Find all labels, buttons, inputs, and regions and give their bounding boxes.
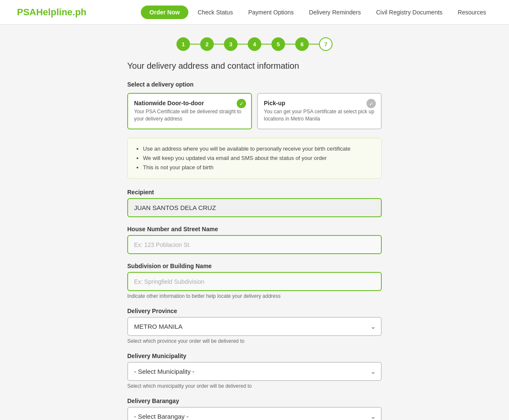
- step-line-2: [214, 44, 224, 45]
- municipality-select-wrapper: - Select Municipality - ⌄: [127, 362, 382, 381]
- subdivision-label: Subdivision or Building Name: [127, 263, 382, 269]
- nationwide-desc: Your PSA Certificate will be delivered s…: [134, 108, 245, 123]
- recipient-field-group: Recipient: [127, 189, 382, 217]
- subdivision-field-group: Subdivision or Building Name Indicate ot…: [127, 263, 382, 299]
- header: PSAHelpline.ph Order Now Check Status Pa…: [0, 0, 509, 25]
- step-6: 6: [295, 37, 309, 51]
- nationwide-option[interactable]: Nationwide Door-to-door Your PSA Certifi…: [127, 93, 252, 129]
- civil-registry-link[interactable]: Civil Registry Documents: [370, 6, 448, 19]
- municipality-field-group: Delivery Municipality - Select Municipal…: [127, 353, 382, 389]
- info-item-2: We will keep you updated via email and S…: [143, 154, 374, 163]
- house-field-group: House Number and Street Name: [127, 226, 382, 254]
- barangay-select-wrapper: - Select Barangay - ⌄: [127, 407, 382, 420]
- province-field-group: Delivery Province METRO MANILA ⌄ Select …: [127, 308, 382, 344]
- order-now-button[interactable]: Order Now: [141, 6, 188, 19]
- subdivision-input[interactable]: [127, 272, 382, 291]
- info-item-3: This is not your place of birth: [143, 163, 374, 172]
- barangay-field-group: Delivery Barangay - Select Barangay - ⌄ …: [127, 398, 382, 420]
- step-1: 1: [176, 37, 190, 51]
- check-status-link[interactable]: Check Status: [192, 6, 239, 19]
- municipality-select[interactable]: - Select Municipality -: [127, 362, 382, 381]
- nationwide-title: Nationwide Door-to-door: [134, 100, 245, 106]
- step-4: 4: [248, 37, 261, 51]
- info-list: Use an address where you will be availab…: [135, 144, 374, 172]
- municipality-hint: Select which municipality your order wil…: [127, 383, 382, 389]
- subdivision-hint: Indicate other information to better hel…: [127, 293, 382, 299]
- resources-link[interactable]: Resources: [452, 6, 492, 19]
- step-line-1: [190, 44, 200, 45]
- province-label: Delivery Province: [127, 308, 382, 314]
- step-7: 7: [319, 37, 333, 51]
- pickup-title: Pick-up: [264, 100, 375, 106]
- house-label: House Number and Street Name: [127, 226, 382, 232]
- step-line-4: [261, 44, 271, 45]
- province-select[interactable]: METRO MANILA: [127, 317, 382, 336]
- stepper: 1 2 3 4 5 6 7: [127, 37, 382, 51]
- province-hint: Select which province your order will be…: [127, 338, 382, 344]
- barangay-select[interactable]: - Select Barangay -: [127, 407, 382, 420]
- house-input[interactable]: [127, 235, 382, 254]
- province-select-wrapper: METRO MANILA ⌄: [127, 317, 382, 336]
- recipient-input[interactable]: [127, 198, 382, 217]
- nationwide-check-icon: ✓: [237, 99, 246, 108]
- pickup-option[interactable]: Pick-up You can get your PSA certificate…: [257, 93, 382, 129]
- info-box: Use an address where you will be availab…: [127, 138, 382, 179]
- pickup-check-icon: ✓: [366, 99, 376, 108]
- main-content: 1 2 3 4 5 6 7 Your delivery address and …: [119, 25, 390, 420]
- step-line-5: [285, 44, 295, 45]
- recipient-label: Recipient: [127, 189, 382, 196]
- barangay-label: Delivery Barangay: [127, 398, 382, 404]
- step-line-3: [238, 44, 248, 45]
- delivery-option-label: Select a delivery option: [127, 81, 382, 88]
- delivery-options: Nationwide Door-to-door Your PSA Certifi…: [127, 93, 382, 129]
- step-line-6: [309, 44, 319, 45]
- step-2: 2: [200, 37, 214, 51]
- info-item-1: Use an address where you will be availab…: [143, 144, 374, 154]
- payment-options-link[interactable]: Payment Options: [242, 6, 299, 19]
- page-title: Your delivery address and contact inform…: [127, 61, 382, 71]
- municipality-label: Delivery Municipality: [127, 353, 382, 359]
- step-3: 3: [224, 37, 238, 51]
- main-nav: Order Now Check Status Payment Options D…: [141, 6, 492, 19]
- pickup-desc: You can get your PSA certificate at sele…: [264, 108, 375, 123]
- logo: PSAHelpline.ph: [17, 7, 141, 18]
- delivery-reminders-link[interactable]: Delivery Reminders: [303, 6, 367, 19]
- step-5: 5: [271, 37, 285, 51]
